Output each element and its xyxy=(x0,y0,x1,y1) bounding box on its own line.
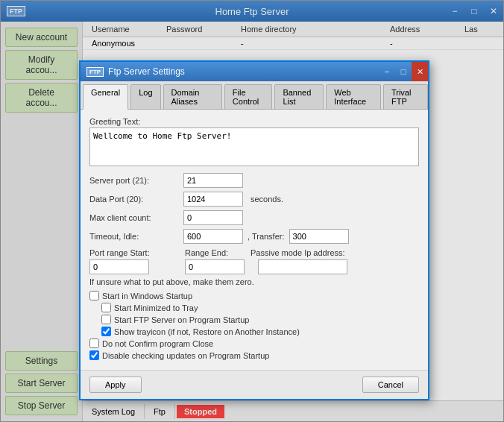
tab-banned-list[interactable]: Banned List xyxy=(274,84,324,109)
timeout-transfer-input[interactable] xyxy=(289,229,349,244)
timeout-label: Timeout, Idle: xyxy=(89,232,179,241)
port-start-input[interactable] xyxy=(89,259,149,274)
dialog-controls: − □ ✕ xyxy=(379,62,428,81)
ftp-settings-dialog: FTP Ftp Server Settings − □ ✕ General Lo… xyxy=(79,60,429,400)
dialog-overlay: FTP Ftp Server Settings − □ ✕ General Lo… xyxy=(1,1,503,421)
server-port-row: Server port (21): xyxy=(89,173,419,188)
hint-text: If unsure what to put above, make them z… xyxy=(89,277,419,286)
start-ftp-checkbox-row: Start FTP Server on Program Startup xyxy=(101,315,419,324)
port-range-row: Port range Start: Range End: Passive mod… xyxy=(89,248,419,257)
dialog-footer: Apply Cancel xyxy=(81,370,428,399)
server-port-input[interactable] xyxy=(183,173,243,188)
max-client-row: Max client count: xyxy=(89,210,419,225)
tab-domain-aliases[interactable]: Domain Aliases xyxy=(163,84,222,109)
dialog-maximize-button[interactable]: □ xyxy=(395,62,412,81)
checkbox-section: Start in Windows Startup Start Minimized… xyxy=(89,291,419,360)
transfer-label: , Transfer: xyxy=(248,232,285,241)
timeout-idle-input[interactable] xyxy=(183,229,243,244)
show-trayicon-label: Show trayicon (if not, Restore on Anothe… xyxy=(114,327,300,336)
tab-web-interface[interactable]: Web Interface xyxy=(326,84,381,109)
tab-content-general: Greeting Text: Server port (21): Data Po… xyxy=(81,110,428,370)
port-start-label: Port range Start: xyxy=(89,248,179,257)
disable-updates-checkbox-row: Disable checking updates on Program Star… xyxy=(89,350,419,360)
dialog-titlebar: FTP Ftp Server Settings − □ ✕ xyxy=(81,62,428,81)
start-ftp-label: Start FTP Server on Program Startup xyxy=(114,315,249,324)
confirm-close-label: Do not Confirm program Close xyxy=(102,339,213,348)
tab-general[interactable]: General xyxy=(83,84,128,110)
data-port-label: Data Port (20): xyxy=(89,195,179,204)
greeting-group: Greeting Text: xyxy=(89,117,419,169)
minimize-tray-label: Start Minimized to Tray xyxy=(114,303,198,312)
timeout-row: Timeout, Idle: , Transfer: xyxy=(89,229,419,244)
greeting-textarea[interactable] xyxy=(89,127,419,166)
show-trayicon-checkbox[interactable] xyxy=(101,327,111,336)
passive-ip-label: Passive mode Ip address: xyxy=(251,248,345,257)
minimize-tray-checkbox-row: Start Minimized to Tray xyxy=(101,303,419,312)
max-client-label: Max client count: xyxy=(89,213,179,222)
server-port-label: Server port (21): xyxy=(89,176,179,185)
tab-file-control[interactable]: File Control xyxy=(224,84,273,109)
disable-updates-label: Disable checking updates on Program Star… xyxy=(102,351,269,360)
confirm-close-checkbox-row: Do not Confirm program Close xyxy=(89,338,419,348)
dialog-title: Ftp Server Settings xyxy=(108,66,185,77)
port-end-input[interactable] xyxy=(185,259,245,274)
max-client-input[interactable] xyxy=(183,210,243,225)
startup-label: Start in Windows Startup xyxy=(102,292,192,300)
tab-trival-ftp[interactable]: Trival FTP xyxy=(383,84,428,109)
startup-checkbox[interactable] xyxy=(89,291,99,300)
main-window: FTP Home Ftp Server − □ ✕ New account Mo… xyxy=(0,0,504,422)
cancel-button[interactable]: Cancel xyxy=(362,377,419,393)
greeting-label: Greeting Text: xyxy=(89,117,419,126)
port-range-inputs-row xyxy=(89,259,419,274)
dialog-minimize-button[interactable]: − xyxy=(379,62,395,81)
tab-log[interactable]: Log xyxy=(130,84,160,109)
dialog-close-button[interactable]: ✕ xyxy=(412,62,428,81)
apply-button[interactable]: Apply xyxy=(89,377,142,393)
start-ftp-checkbox[interactable] xyxy=(101,315,111,324)
port-end-label: Range End: xyxy=(185,248,245,257)
disable-updates-checkbox[interactable] xyxy=(89,350,99,360)
port-range-section: Port range Start: Range End: Passive mod… xyxy=(89,248,419,274)
minimize-tray-checkbox[interactable] xyxy=(101,303,111,312)
tabs-bar: General Log Domain Aliases File Control … xyxy=(81,81,428,110)
seconds-label: seconds. xyxy=(251,195,283,204)
show-trayicon-checkbox-row: Show trayicon (if not, Restore on Anothe… xyxy=(101,327,419,336)
data-port-row: Data Port (20): seconds. xyxy=(89,192,419,207)
confirm-close-checkbox[interactable] xyxy=(89,338,99,348)
passive-ip-input[interactable] xyxy=(258,259,347,274)
startup-checkbox-row: Start in Windows Startup xyxy=(89,291,419,300)
dialog-title-icon: FTP xyxy=(86,67,104,77)
data-port-input[interactable] xyxy=(183,192,243,207)
